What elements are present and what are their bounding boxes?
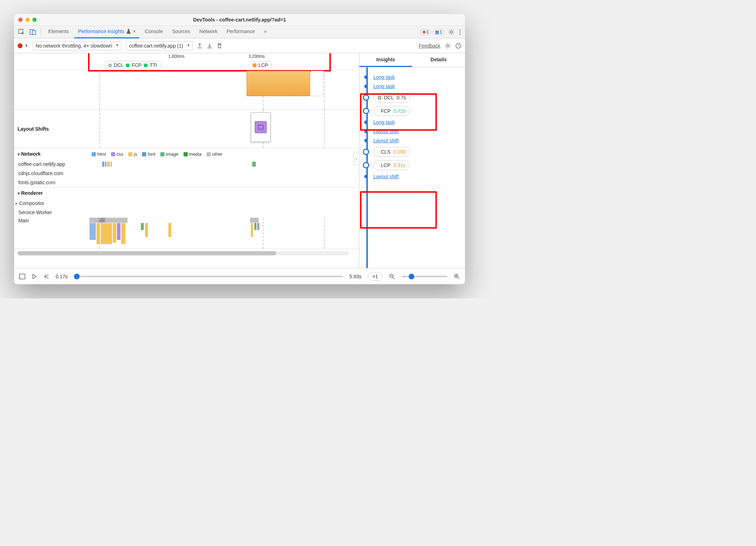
- devtools-window: DevTools - coffee-cart.netlify.app/?ad=1…: [14, 14, 465, 284]
- svg-point-4: [459, 29, 460, 30]
- help-icon[interactable]: ?: [455, 43, 461, 49]
- time-mark: 3,200ms: [249, 54, 265, 59]
- playhead-end-time: 5.93s: [349, 274, 361, 279]
- svg-point-7: [447, 45, 449, 47]
- details-tab[interactable]: Details: [412, 53, 465, 67]
- insights-toolbar: ▼ No network throttling, 4× slowdown cof…: [14, 38, 465, 53]
- error-count-badge[interactable]: ⊗1: [420, 29, 432, 35]
- network-label[interactable]: Network: [21, 151, 41, 157]
- insights-tab[interactable]: Insights: [359, 53, 412, 67]
- devtools-tabbar: Elements Performance insights × Console …: [14, 26, 465, 38]
- insight-metric-pill[interactable]: DCL0.7s: [373, 93, 410, 103]
- message-count-badge[interactable]: ▤1: [433, 29, 445, 35]
- compositor-row[interactable]: Compositor: [19, 200, 44, 206]
- insight-link[interactable]: Long task: [373, 83, 395, 89]
- toggle-view-icon[interactable]: [19, 274, 25, 279]
- record-button[interactable]: [18, 43, 23, 48]
- playhead-start-time: 0.17s: [56, 274, 68, 279]
- more-menu-icon[interactable]: [458, 27, 462, 37]
- legend-item: image: [160, 151, 178, 157]
- legend-item: font: [142, 151, 155, 157]
- tab-sources[interactable]: Sources: [168, 26, 193, 38]
- throttle-select[interactable]: No network throttling, 4× slowdown: [32, 41, 122, 50]
- network-host-row[interactable]: coffee-cart.netlify.app: [14, 160, 359, 169]
- legend-item: html: [92, 151, 106, 157]
- tab-elements[interactable]: Elements: [45, 26, 72, 38]
- zoom-in-icon[interactable]: [454, 273, 460, 280]
- legend-item: other: [206, 151, 223, 157]
- svg-point-6: [459, 33, 460, 35]
- service-worker-row[interactable]: Service Worker: [18, 210, 52, 215]
- renderer-label[interactable]: Renderer: [21, 190, 43, 196]
- insight-metric-pill[interactable]: CLS0.193: [373, 147, 410, 157]
- renderer-section: Renderer ▸Compositor Service Worker Main…: [14, 187, 359, 249]
- zoom-slider[interactable]: [402, 276, 447, 277]
- record-dropdown-icon[interactable]: ▼: [25, 44, 28, 48]
- time-ruler[interactable]: 1,600ms3,200ms DCLFCPTTILCP: [14, 53, 359, 71]
- main-thread-row[interactable]: Main: [18, 218, 29, 223]
- network-legend: htmlcssjsfontimagemediaother: [88, 148, 226, 160]
- legend-item: js: [128, 151, 137, 157]
- tab-network[interactable]: Network: [196, 26, 221, 38]
- insight-link[interactable]: Layout shift: [373, 129, 399, 134]
- inspect-element-icon[interactable]: [17, 27, 26, 37]
- close-window-button[interactable]: [18, 18, 23, 22]
- insights-sidebar: Insights Details Long taskLong taskDCL0.…: [359, 53, 465, 268]
- pane-resize-handle[interactable]: ›: [354, 152, 359, 165]
- tab-more[interactable]: »: [260, 26, 270, 38]
- network-section: Network htmlcssjsfontimagemediaother cof…: [14, 148, 359, 187]
- close-tab-icon[interactable]: ×: [133, 29, 136, 34]
- import-icon[interactable]: [207, 43, 212, 49]
- insight-link[interactable]: Layout shift: [373, 138, 399, 143]
- zoom-out-icon[interactable]: [389, 273, 395, 280]
- insight-link[interactable]: Long task: [373, 119, 395, 125]
- tab-console[interactable]: Console: [141, 26, 166, 38]
- tab-performance[interactable]: Performance: [223, 26, 258, 38]
- network-host-row[interactable]: fonts.gstatic.com: [14, 178, 359, 187]
- play-icon[interactable]: [32, 274, 37, 279]
- svg-point-3: [450, 31, 452, 33]
- insight-link[interactable]: Layout shift: [373, 174, 399, 179]
- insights-timeline: Long taskLong taskDCL0.7sFCP0.72sLong ta…: [359, 67, 465, 268]
- legend-item: media: [184, 151, 202, 157]
- layout-shifts-track: Layout Shifts: [14, 110, 359, 148]
- device-toolbar-icon[interactable]: [28, 27, 37, 37]
- insight-metric-pill[interactable]: FCP0.72s: [373, 106, 410, 116]
- recording-select[interactable]: coffee-cart.netlify.app (1): [126, 41, 193, 50]
- tab-performance-insights[interactable]: Performance insights ×: [74, 26, 139, 38]
- svg-rect-2: [32, 31, 36, 35]
- timeline-pane: 1,600ms3,200ms DCLFCPTTILCP Layout Shift…: [14, 53, 359, 268]
- layout-shift-thumbnail[interactable]: [251, 112, 271, 142]
- layout-shifts-label: Layout Shifts: [18, 126, 49, 132]
- insight-link[interactable]: Long task: [373, 74, 395, 80]
- main-flame-chart[interactable]: ...: [88, 218, 359, 249]
- settings-gear-icon[interactable]: [447, 27, 456, 37]
- feedback-link[interactable]: Feedback: [419, 43, 440, 49]
- legend-item: css: [111, 151, 124, 157]
- export-icon[interactable]: [197, 43, 203, 49]
- svg-point-5: [459, 31, 460, 32]
- playhead-slider[interactable]: [74, 276, 343, 277]
- overview-filmstrip[interactable]: [14, 71, 359, 110]
- minimize-window-button[interactable]: [25, 18, 30, 22]
- metric-pill-group[interactable]: LCP: [249, 61, 272, 69]
- playbar: 0.17s 5.93s ×1: [14, 268, 465, 284]
- insight-metric-pill[interactable]: LCP3.31s: [373, 160, 410, 170]
- delete-icon[interactable]: [217, 43, 222, 49]
- flask-icon: [126, 29, 131, 34]
- svg-rect-10: [19, 274, 25, 279]
- time-mark: 1,600ms: [168, 54, 185, 59]
- svg-text:?: ?: [457, 44, 459, 48]
- network-host-row[interactable]: cdnjs.cloudflare.com: [14, 169, 359, 178]
- window-title: DevTools - coffee-cart.netlify.app/?ad=1: [18, 17, 461, 23]
- jump-start-icon[interactable]: [44, 274, 49, 279]
- panel-settings-gear-icon[interactable]: [445, 43, 451, 49]
- titlebar: DevTools - coffee-cart.netlify.app/?ad=1: [14, 14, 465, 26]
- svg-point-11: [20, 278, 21, 278]
- main-content: 1,600ms3,200ms DCLFCPTTILCP Layout Shift…: [14, 53, 465, 268]
- maximize-window-button[interactable]: [32, 18, 37, 22]
- horizontal-scrollbar[interactable]: [18, 251, 349, 255]
- speed-pill[interactable]: ×1: [368, 272, 383, 281]
- metric-pill-group[interactable]: DCLFCPTTI: [105, 61, 161, 69]
